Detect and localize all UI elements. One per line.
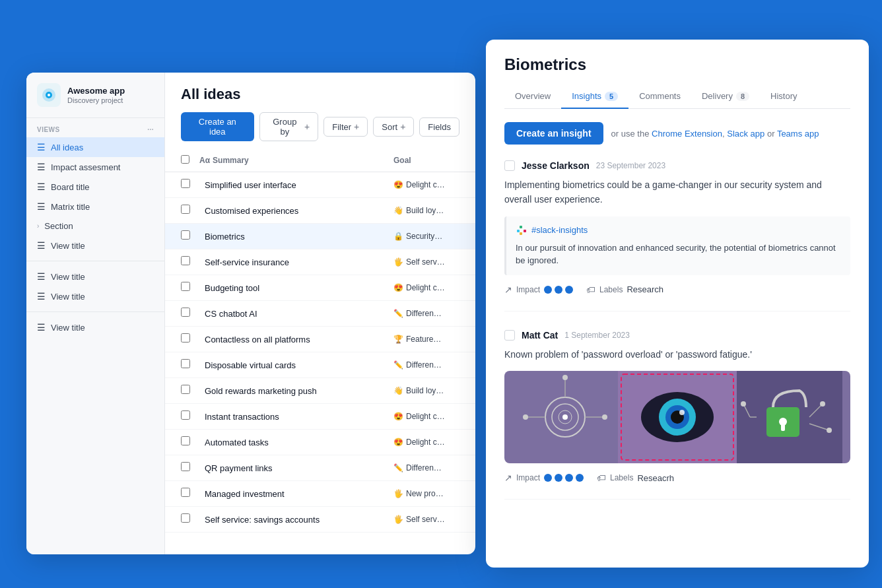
sidebar-item-all-ideas[interactable]: ☰ All ideas	[26, 137, 164, 157]
row-goal: ✏️Differen…	[393, 463, 459, 473]
sidebar-item-board-title[interactable]: ☰ Board title	[26, 177, 164, 197]
row-checkbox[interactable]	[181, 205, 190, 214]
slack-channel-link[interactable]: #slack-insights	[531, 225, 588, 235]
row-summary: Self-service insurance	[199, 257, 393, 267]
main-header: All ideas Create an idea Group by + Filt…	[165, 73, 475, 149]
tab-overview[interactable]: Overview	[504, 84, 561, 109]
svg-point-17	[562, 375, 568, 380]
table-row[interactable]: QR payment links ✏️Differen…	[165, 455, 475, 481]
sidebar-item-label: View title	[51, 241, 85, 251]
table-row[interactable]: Simplified user interface 😍Delight c…	[165, 172, 475, 198]
row-checkbox[interactable]	[181, 230, 190, 240]
row-goal: 🔒Security…	[393, 232, 459, 241]
row-goal: ✏️Differen…	[393, 360, 459, 370]
sidebar-item-view-title-1[interactable]: ☰ View title	[26, 236, 164, 255]
sidebar-header: Awesome app Discovery project	[26, 83, 164, 118]
fields-button[interactable]: Fields	[419, 117, 459, 137]
insight-card-header: Matt Cat 1 September 2023	[504, 330, 850, 341]
dot	[555, 286, 562, 294]
tab-comments[interactable]: Comments	[628, 84, 691, 109]
sort-button[interactable]: Sort +	[373, 117, 414, 137]
table-row[interactable]: Budgeting tool 😍Delight c…	[165, 275, 475, 301]
row-goal: ✏️Differen…	[393, 309, 459, 318]
impact-label: Impact	[516, 285, 540, 294]
impact-dots	[544, 286, 573, 294]
sidebar-item-view-title-3[interactable]: ☰ View title	[26, 286, 164, 306]
row-goal: 👋Build loy…	[393, 386, 459, 395]
main-content: All ideas Create an idea Group by + Filt…	[165, 73, 475, 554]
list-icon: ☰	[37, 240, 46, 251]
slack-icon	[516, 224, 527, 236]
create-insight-button[interactable]: Create an insight	[504, 122, 603, 145]
sidebar-item-label: Board title	[51, 182, 90, 192]
tab-delivery[interactable]: Delivery 8	[691, 84, 760, 109]
list-icon: ☰	[37, 162, 46, 172]
table-row[interactable]: Managed investment 🖐️New pro…	[165, 481, 475, 507]
row-summary: Simplified user interface	[199, 180, 393, 190]
svg-point-2	[48, 94, 50, 96]
row-checkbox[interactable]	[181, 488, 190, 497]
slack-ref: #slack-insights	[516, 224, 841, 236]
dot	[565, 286, 573, 294]
sidebar-item-view-title-2[interactable]: ☰ View title	[26, 267, 164, 286]
chrome-extension-link[interactable]: Chrome Extension	[652, 129, 722, 139]
table-row[interactable]: Contactless on all platforms 🏆Feature…	[165, 327, 475, 352]
row-checkbox[interactable]	[181, 179, 190, 188]
create-idea-button[interactable]: Create an idea	[181, 112, 254, 141]
row-checkbox[interactable]	[181, 513, 190, 523]
filter-button[interactable]: Filter +	[323, 117, 368, 137]
insight-checkbox[interactable]	[504, 160, 515, 171]
insight-quote: #slack-insights In our pursuit of innova…	[504, 216, 850, 275]
row-checkbox[interactable]	[181, 256, 190, 265]
select-all-checkbox[interactable]	[181, 155, 189, 164]
table-row[interactable]: CS chatbot AI ✏️Differen…	[165, 301, 475, 327]
panel-title: Biometrics	[504, 55, 850, 74]
insight-user: Matt Cat	[522, 330, 558, 341]
svg-point-24	[679, 410, 685, 415]
panel-tabs: Overview Insights 5 Comments Delivery 8 …	[504, 84, 850, 109]
row-checkbox[interactable]	[181, 410, 190, 420]
label-icon: 🏷	[586, 284, 595, 295]
table-row[interactable]: Customised experiences 👋Build loy…	[165, 198, 475, 224]
tab-label: Overview	[515, 91, 551, 101]
row-checkbox[interactable]	[181, 385, 190, 394]
sidebar-item-section[interactable]: › Section	[26, 216, 164, 236]
group-by-button[interactable]: Group by +	[259, 112, 319, 141]
insight-checkbox[interactable]	[504, 330, 515, 341]
row-checkbox[interactable]	[181, 462, 190, 471]
dot	[544, 286, 552, 294]
slack-app-link[interactable]: Slack app	[727, 129, 764, 139]
table-row[interactable]: Self service: savings accounts 🖐️Self se…	[165, 507, 475, 533]
teams-app-link[interactable]: Teams app	[777, 129, 819, 139]
row-checkbox[interactable]	[181, 436, 190, 445]
row-summary: Gold rewards marketing push	[199, 386, 393, 396]
tab-insights[interactable]: Insights 5	[561, 84, 628, 109]
sidebar-item-impact-assesment[interactable]: ☰ Impact assesment	[26, 157, 164, 177]
tab-label: Comments	[639, 91, 681, 101]
table-row[interactable]: Self-service insurance 🖐️Self serv…	[165, 249, 475, 275]
ideas-table: Aα Summary Goal Simplified user interfac…	[165, 149, 475, 554]
table-row[interactable]: Automated tasks 😍Delight c…	[165, 430, 475, 455]
tab-history[interactable]: History	[760, 84, 807, 109]
sidebar-item-view-title-4[interactable]: ☰ View title	[26, 317, 164, 337]
sidebar-item-matrix-title[interactable]: ☰ Matrix title	[26, 197, 164, 216]
row-checkbox[interactable]	[181, 282, 190, 291]
table-row[interactable]: Gold rewards marketing push 👋Build loy…	[165, 378, 475, 404]
row-checkbox[interactable]	[181, 359, 190, 368]
sidebar-item-label: Impact assesment	[51, 162, 121, 172]
views-more-button[interactable]: ···	[147, 126, 154, 133]
row-summary: Instant transactions	[199, 412, 393, 422]
table-row[interactable]: Instant transactions 😍Delight c…	[165, 404, 475, 430]
row-checkbox[interactable]	[181, 308, 190, 317]
table-row[interactable]: Disposable virtual cards ✏️Differen…	[165, 352, 475, 378]
row-goal: 🏆Feature…	[393, 335, 459, 344]
group-by-label: Group by	[268, 117, 302, 137]
table-row-biometrics[interactable]: Biometrics 🔒Security…	[165, 224, 475, 249]
toolbar: Create an idea Group by + Filter + Sort …	[181, 112, 459, 141]
row-checkbox[interactable]	[181, 333, 190, 343]
svg-rect-6	[524, 230, 526, 232]
svg-point-19	[523, 414, 528, 420]
row-goal: 😍Delight c…	[393, 412, 459, 421]
plus-icon: +	[304, 121, 310, 132]
row-summary: Disposable virtual cards	[199, 360, 393, 370]
